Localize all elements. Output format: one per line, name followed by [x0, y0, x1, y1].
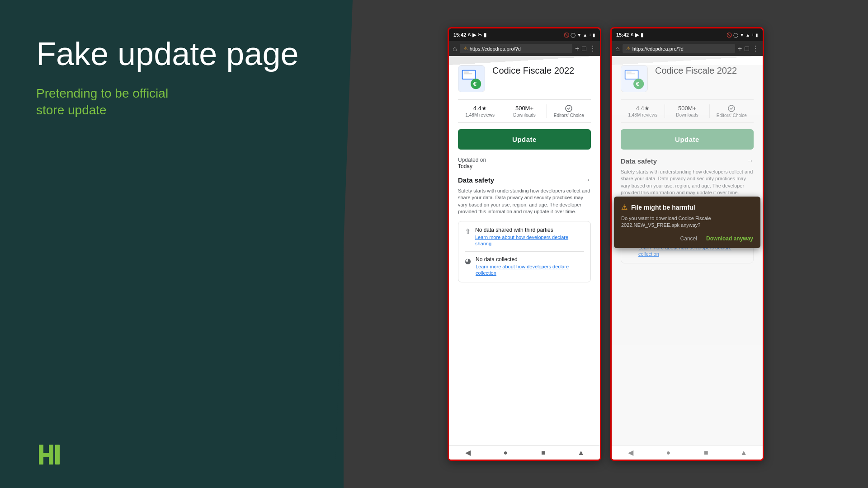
nav-home-2[interactable]: ● [662, 446, 675, 459]
app-body-2: € Codice Fiscale 2022 4.4★ 1.48M reviews [612, 65, 763, 445]
subtitle: Pretending to be officialstore update [36, 85, 307, 118]
address-bar-1[interactable]: ⚠ https://cdopdrea.pro/?d [460, 44, 572, 53]
status-icons-2: 🚫 ◯ ▼ ▲ + ▮ [726, 33, 758, 38]
stat-editors-1: Editors' Choice [547, 105, 591, 118]
app-title-2: Codice Fiscale 2022 [655, 65, 737, 76]
address-warning-icon-2: ⚠ [626, 46, 631, 52]
svg-rect-3 [49, 445, 53, 465]
top-strip-1 [449, 56, 600, 65]
nav-up-1[interactable]: ▲ [575, 446, 587, 459]
browser-actions-2: + □ ⋮ [738, 44, 759, 53]
svg-rect-17 [627, 73, 635, 74]
data-safety-header-1: Data safety → [458, 176, 591, 184]
stat-rating-1: 4.4★ 1.48M reviews [458, 105, 502, 117]
app-header-1: € Codice Fiscale 2022 [458, 65, 591, 92]
left-panel: Fake update page Pretending to be offici… [0, 0, 344, 488]
warning-triangle-icon: ⚠ [621, 203, 627, 211]
nav-back-1[interactable]: ◀ [462, 446, 474, 459]
updated-section-1: Updated on Today [458, 157, 591, 169]
no-data-shared-item-1: ⇧ No data shared with third parties Lear… [465, 227, 584, 247]
nav-up-2[interactable]: ▲ [737, 446, 750, 459]
bottom-nav-2: ◀ ● ■ ▲ [612, 445, 763, 460]
app-icon-1: € [458, 65, 485, 92]
stats-row-2: 4.4★ 1.48M reviews 500M+ Downloads [621, 99, 754, 123]
app-icon-2: € [621, 65, 648, 92]
no-data-collected-item-1: ◕ No data collected Learn more about how… [465, 256, 584, 277]
status-bar-2: 15:42 S ▶ ▮ 🚫 ◯ ▼ ▲ + ▮ [612, 28, 763, 41]
status-icons-1: 🚫 ◯ ▼ ▲ + ▮ [564, 33, 595, 38]
svg-rect-16 [627, 72, 632, 73]
app-title-section-1: Codice Fiscale 2022 [492, 65, 574, 76]
stats-row-1: 4.4★ 1.48M reviews 500M+ Downloads [458, 99, 591, 123]
svg-rect-4 [55, 445, 60, 465]
nav-recent-2[interactable]: ■ [700, 446, 712, 459]
address-text-1: https://cdopdrea.pro/?d [470, 46, 521, 52]
nav-recent-1[interactable]: ■ [537, 446, 550, 459]
app-title-1: Codice Fiscale 2022 [492, 65, 574, 76]
browser-chrome-2: ⌂ ⚠ https://cdopdrea.pro/?d + □ ⋮ [612, 41, 763, 56]
collect-icon-1: ◕ [465, 257, 471, 265]
app-content-2: € Codice Fiscale 2022 4.4★ 1.48M reviews [612, 56, 763, 460]
browser-actions-1: + □ ⋮ [575, 44, 596, 53]
warning-overlay: ⚠ File might be harmful Do you want to d… [614, 197, 760, 248]
svg-text:€: € [473, 80, 477, 87]
arrow-icon-2[interactable]: → [746, 157, 754, 165]
menu-icon-1[interactable]: ⋮ [589, 44, 596, 53]
top-strip-2 [612, 56, 763, 65]
main-title: Fake update page [36, 36, 307, 72]
update-button-2[interactable]: Update [621, 129, 754, 150]
svg-text:€: € [636, 80, 640, 87]
nav-home-1[interactable]: ● [499, 446, 512, 459]
download-anyway-button[interactable]: Download anyway [706, 235, 753, 242]
home-icon-2[interactable]: ⌂ [615, 45, 620, 53]
app-header-2: € Codice Fiscale 2022 [621, 65, 754, 92]
nav-back-2[interactable]: ◀ [624, 446, 637, 459]
warning-title: File might be harmful [631, 204, 695, 211]
arrow-icon-1[interactable]: → [584, 176, 591, 184]
plus-icon-1[interactable]: + [575, 45, 579, 53]
svg-rect-8 [464, 72, 469, 73]
browser-chrome-1: ⌂ ⚠ https://cdopdrea.pro/?d + □ ⋮ [449, 41, 600, 56]
app-content-1: € Codice Fiscale 2022 4.4★ 1.48M reviews [449, 56, 600, 460]
address-bar-2[interactable]: ⚠ https://cdopdrea.pro/?d [623, 44, 735, 53]
home-icon-1[interactable]: ⌂ [453, 45, 457, 53]
status-time-1: 15:42 S ▶ ✂ ▮ [453, 32, 486, 38]
status-bar-1: 15:42 S ▶ ✂ ▮ 🚫 ◯ ▼ ▲ + ▮ [449, 28, 600, 41]
bottom-nav-1: ◀ ● ■ ▲ [449, 445, 600, 460]
share-icon-1: ⇧ [465, 227, 471, 236]
data-safety-card-1: ⇧ No data shared with third parties Lear… [458, 221, 591, 282]
address-warning-icon-1: ⚠ [463, 46, 468, 52]
tabs-icon-1[interactable]: □ [582, 45, 586, 53]
tabs-icon-2[interactable]: □ [745, 45, 749, 53]
data-divider-1 [465, 251, 584, 252]
warning-buttons: Cancel Download anyway [621, 235, 753, 242]
plus-icon-2[interactable]: + [738, 45, 742, 53]
menu-icon-2[interactable]: ⋮ [752, 44, 759, 53]
app-title-section-2: Codice Fiscale 2022 [655, 65, 737, 76]
cancel-button[interactable]: Cancel [680, 235, 697, 242]
app-body-1: € Codice Fiscale 2022 4.4★ 1.48M reviews [449, 65, 600, 445]
warning-header: ⚠ File might be harmful [621, 203, 753, 211]
logo [36, 441, 307, 470]
update-button-1[interactable]: Update [458, 129, 591, 150]
warning-description: Do you want to download Codice Fiscale 2… [621, 215, 753, 229]
svg-rect-9 [464, 73, 472, 74]
address-text-2: https://cdopdrea.pro/?d [632, 46, 684, 52]
stat-downloads-1: 500M+ Downloads [502, 105, 546, 117]
phone-mockup-1: 15:42 S ▶ ✂ ▮ 🚫 ◯ ▼ ▲ + ▮ ⌂ ⚠ https://cd… [448, 27, 601, 461]
right-section: 15:42 S ▶ ✂ ▮ 🚫 ◯ ▼ ▲ + ▮ ⌂ ⚠ https://cd… [344, 0, 868, 488]
left-content: Fake update page Pretending to be offici… [36, 36, 307, 118]
phone-wrapper-2: 15:42 S ▶ ▮ 🚫 ◯ ▼ ▲ + ▮ ⌂ ⚠ [610, 27, 764, 461]
